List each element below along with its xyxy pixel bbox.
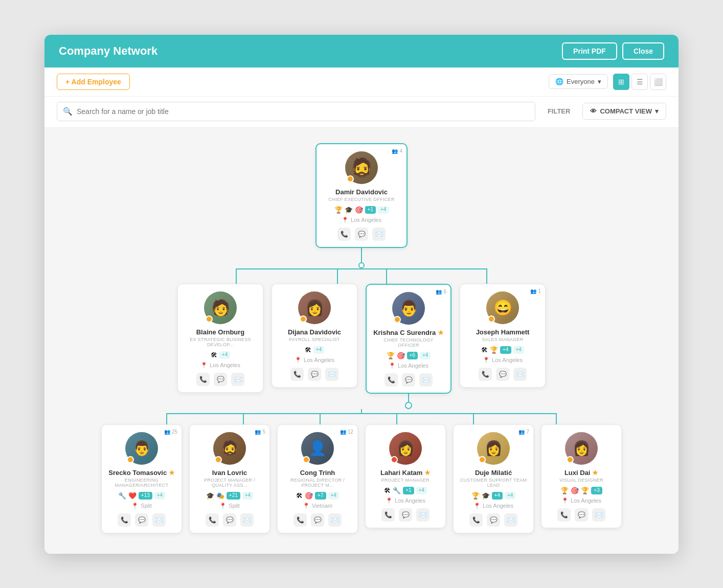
srecko-dot [127, 456, 134, 463]
filter-button[interactable]: FILTER [541, 103, 577, 119]
employee-card-lahari[interactable]: 👩 Lahari Katam ★ PROJECT MANAGER 🛠🔧 +1 +… [365, 424, 446, 528]
phone-icon[interactable]: 📞 [196, 373, 210, 386]
grid-view-button[interactable]: ⊞ [613, 74, 629, 90]
email-icon[interactable]: ✉️ [231, 373, 244, 386]
globe-icon: 🌐 [555, 78, 563, 85]
lahari-dot [391, 456, 398, 463]
email-icon[interactable]: ✉️ [592, 508, 605, 522]
chat-icon[interactable]: 💬 [496, 368, 509, 381]
phone-icon[interactable]: 📞 [118, 513, 131, 527]
krishna-badge: 👥 6 [436, 289, 446, 295]
srecko-title: ENGINEERING MANAGER/ARCHITECT [108, 478, 175, 488]
employee-card-krishna[interactable]: 👥 6 👨 Krishna C Surendra ★ CHIEF TECHNOL… [366, 284, 451, 394]
dijana-skills: 🛠+4 [305, 346, 324, 354]
ceo-avatar-wrap: 🧔 [345, 151, 378, 184]
luxi-avatar-wrap: 👩 [565, 432, 598, 465]
chat-icon[interactable]: 💬 [575, 508, 588, 522]
ceo-skills: 🏆🎓🎯 +1 +4 [334, 206, 389, 214]
ivan-location: 📍 Split [219, 503, 239, 509]
compact-view-button[interactable]: 👁 COMPACT VIEW ▾ [582, 103, 666, 120]
chat-icon[interactable]: 💬 [308, 368, 321, 381]
phone-icon[interactable]: 📞 [557, 508, 571, 522]
l3-drop1 [166, 413, 167, 424]
email-icon[interactable]: ✉️ [240, 513, 254, 527]
close-button[interactable]: Close [622, 42, 664, 60]
chat-icon[interactable]: 💬 [135, 513, 148, 527]
phone-icon[interactable]: 📞 [469, 513, 483, 527]
connector-circle-ceo [358, 262, 365, 268]
ivan-title: PROJECT MANAGER / QUALITY ASS... [196, 478, 263, 488]
email-icon[interactable]: ✉️ [419, 373, 433, 387]
chat-icon[interactable]: 💬 [223, 513, 236, 527]
chat-icon[interactable]: 💬 [311, 513, 324, 527]
everyone-dropdown[interactable]: 🌐 Everyone ▾ [549, 74, 608, 89]
l3-drop5 [473, 413, 474, 424]
email-icon[interactable]: ✉️ [513, 368, 527, 381]
employee-card-ivan[interactable]: 👥 5 🧔 Ivan Lovric PROJECT MANAGER / QUAL… [189, 424, 270, 533]
location-icon: 📍 [561, 497, 569, 504]
email-icon[interactable]: ✉️ [328, 513, 342, 527]
lahari-contacts: 📞 💬 ✉️ [381, 508, 430, 522]
email-icon[interactable]: ✉️ [152, 513, 166, 527]
phone-icon[interactable]: 📞 [293, 513, 307, 527]
ceo-status-dot [347, 175, 354, 183]
phone-icon[interactable]: 📞 [479, 368, 492, 381]
location-icon: 📍 [483, 357, 490, 364]
duje-skills: 🏆🎓 +4 +4 [471, 492, 516, 500]
phone-icon[interactable]: 📞 [385, 373, 398, 387]
search-input[interactable] [57, 102, 535, 121]
ivan-dot [215, 456, 222, 463]
joseph-location: 📍 Los Angeles [483, 357, 523, 364]
email-icon[interactable]: ✉️ [504, 513, 517, 527]
duje-location: 📍 Los Angeles [473, 503, 513, 509]
email-icon[interactable]: ✉️ [416, 508, 430, 522]
node-ivan: 👥 5 🧔 Ivan Lovric PROJECT MANAGER / QUAL… [189, 424, 270, 533]
krishna-location: 📍 Los Angeles [389, 363, 428, 369]
email-icon[interactable]: ✉️ [372, 228, 386, 241]
employee-card-blaine[interactable]: 🧑 Blaine Ornburg EX STRATEGIC BUSINESS D… [177, 284, 263, 393]
ceo-skill-plus: +1 [365, 206, 376, 214]
chat-icon[interactable]: 💬 [402, 373, 415, 387]
search-input-wrap: 🔍 [57, 102, 535, 121]
print-pdf-button[interactable]: Print PDF [562, 42, 617, 60]
view-toggle: ⊞ ☰ ⬜ [613, 74, 666, 90]
level2-row: 🧑 Blaine Ornburg EX STRATEGIC BUSINESS D… [177, 284, 546, 409]
employee-card-luxi[interactable]: 👩 Luxi Dai ★ VISUAL DESIGNER 🏆🎯🏆 +3 [541, 424, 622, 528]
cong-contacts: 📞 💬 ✉️ [293, 513, 342, 527]
page-title: Company Network [59, 44, 157, 58]
blaine-contacts: 📞 💬 ✉️ [196, 373, 244, 386]
employee-card-cong[interactable]: 👥 12 👤 Cong Trinh REGIONAL DIRECTOR / PR… [277, 424, 358, 533]
duje-title: CUSTOMER SUPPORT TEAM LEAD [460, 478, 527, 488]
srecko-contacts: 📞 💬 ✉️ [118, 513, 166, 527]
location-icon: 📍 [386, 497, 393, 504]
joseph-title: SALES MANAGER [482, 337, 524, 342]
drop2 [337, 268, 338, 284]
employee-card-ceo[interactable]: 👥 4 🧔 Damir Davidovic CHIEF EXECUTIVE OF… [315, 143, 408, 248]
phone-icon[interactable]: 📞 [206, 513, 219, 527]
phone-icon[interactable]: 📞 [381, 508, 395, 522]
duje-avatar-wrap: 👩 [477, 432, 510, 465]
image-view-button[interactable]: ⬜ [650, 74, 666, 90]
employee-card-duje[interactable]: 👥 7 👩 Duje Milatić CUSTOMER SUPPORT TEAM… [453, 424, 534, 533]
level2-hline [236, 268, 487, 269]
phone-icon[interactable]: 📞 [337, 228, 351, 241]
employee-card-dijana[interactable]: 👩 Dijana Davidovic PAYROLL SPECIALIST 🛠+… [272, 284, 357, 388]
connector-ceo-down [361, 248, 362, 262]
blaine-dot [206, 315, 213, 323]
chat-icon[interactable]: 💬 [355, 228, 368, 241]
phone-icon[interactable]: 📞 [290, 368, 304, 381]
add-employee-button[interactable]: + Add Employee [57, 74, 130, 90]
chat-icon[interactable]: 💬 [487, 513, 500, 527]
email-icon[interactable]: ✉️ [325, 368, 338, 381]
ceo-node-group: 👥 4 🧔 Damir Davidovic CHIEF EXECUTIVE OF… [315, 143, 408, 268]
dijana-name: Dijana Davidovic [288, 328, 341, 336]
chat-icon[interactable]: 💬 [399, 508, 412, 522]
level3-row: 👥 25 👨 Srecko Tomasovic ★ ENGINEERING MA… [101, 424, 622, 533]
lahari-skills: 🛠🔧 +1 +4 [384, 487, 427, 494]
node-blaine: 🧑 Blaine Ornburg EX STRATEGIC BUSINESS D… [177, 284, 263, 393]
employee-card-joseph[interactable]: 👥 1 😄 Joseph Hammett SALES MANAGER 🛠🏆 +4 [460, 284, 546, 388]
blaine-location: 📍 Los Angeles [200, 362, 240, 369]
list-view-button[interactable]: ☰ [631, 74, 648, 90]
employee-card-srecko[interactable]: 👥 25 👨 Srecko Tomasovic ★ ENGINEERING MA… [101, 424, 182, 533]
chat-icon[interactable]: 💬 [214, 373, 227, 386]
